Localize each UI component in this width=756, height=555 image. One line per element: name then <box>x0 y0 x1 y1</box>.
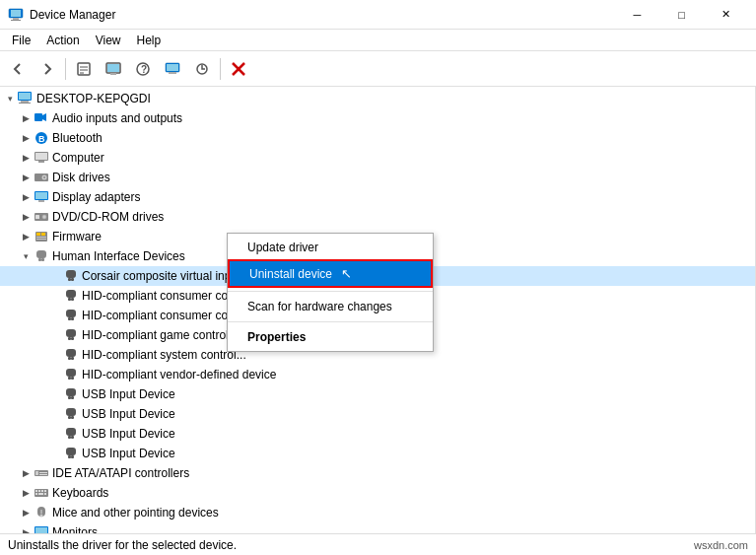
hid-device-icon-vendor <box>63 367 79 382</box>
svg-rect-57 <box>68 337 71 340</box>
svg-rect-20 <box>19 93 31 100</box>
title-bar: Device Manager ─ □ ✕ <box>0 0 756 30</box>
context-menu: Update driver Uninstall device ↖ Scan fo… <box>227 233 434 352</box>
svg-point-38 <box>42 215 46 219</box>
computer-button[interactable] <box>159 55 186 83</box>
toggle-monitors[interactable]: ▶ <box>18 522 34 533</box>
tree-item-audio[interactable]: ▶ Audio inputs and outputs <box>0 108 755 128</box>
tree-item-mice[interactable]: ▶ Mice and other pointing devices <box>0 503 755 522</box>
svg-rect-53 <box>66 310 76 317</box>
device-tree[interactable]: ▾ DESKTOP-KEPQGDI ▶ Audio inputs and <box>0 87 756 533</box>
status-text: Uninstalls the driver for the selected d… <box>8 538 237 552</box>
disk-icon <box>34 170 49 185</box>
tree-item-usb1[interactable]: USB Input Device <box>0 384 755 404</box>
tree-item-keyboards[interactable]: ▶ Keyboards <box>0 483 755 503</box>
show-hide-button[interactable] <box>100 55 127 83</box>
hid-device-icon-c1 <box>63 288 79 304</box>
toggle-computer[interactable]: ▶ <box>18 148 34 168</box>
menu-action[interactable]: Action <box>38 32 87 49</box>
window-title: Device Manager <box>30 8 615 22</box>
toggle-firmware[interactable]: ▶ <box>18 227 34 246</box>
svg-rect-48 <box>68 278 71 281</box>
tree-item-usb3[interactable]: USB Input Device <box>0 424 755 444</box>
tree-item-usb4[interactable]: USB Input Device <box>0 444 755 463</box>
svg-rect-37 <box>35 215 39 219</box>
svg-rect-71 <box>66 428 76 436</box>
ctx-separator-2 <box>228 321 433 322</box>
svg-rect-74 <box>66 448 76 455</box>
hid-device-icon-usb3 <box>63 426 79 442</box>
tree-item-monitors[interactable]: ▶ Monitors <box>0 522 755 533</box>
toggle-hid[interactable]: ▾ <box>18 246 34 266</box>
tree-item-disk[interactable]: ▶ Disk drives <box>0 168 755 187</box>
svg-rect-73 <box>71 436 74 439</box>
svg-rect-62 <box>66 369 76 377</box>
menu-file[interactable]: File <box>4 32 38 49</box>
tree-item-computer[interactable]: ▶ Computer <box>0 148 755 168</box>
forward-button[interactable] <box>34 55 61 83</box>
tree-label-hid-consumer1: HID-compliant consumer con... <box>82 289 244 303</box>
tree-item-display[interactable]: ▶ Display adapters <box>0 187 755 207</box>
svg-point-91 <box>40 515 43 518</box>
svg-rect-23 <box>34 113 42 121</box>
tree-item-ide[interactable]: ▶ IDE ATA/ATAPI controllers <box>0 463 755 483</box>
svg-rect-68 <box>66 408 76 416</box>
toggle-audio[interactable]: ▶ <box>18 108 34 128</box>
main-content: ▾ DESKTOP-KEPQGDI ▶ Audio inputs and <box>0 87 756 533</box>
ctx-scan-changes[interactable]: Scan for hardware changes <box>228 295 433 318</box>
dvd-icon <box>34 209 49 225</box>
status-bar: Uninstalls the driver for the selected d… <box>0 533 756 555</box>
toggle-bluetooth[interactable]: ▶ <box>18 128 34 148</box>
maximize-button[interactable]: □ <box>659 0 704 30</box>
svg-rect-75 <box>68 455 71 458</box>
toggle-dvd[interactable]: ▶ <box>18 207 34 227</box>
svg-rect-14 <box>167 64 178 71</box>
tree-label-usb1: USB Input Device <box>82 387 175 401</box>
back-button[interactable] <box>4 55 32 83</box>
cursor-icon: ↖ <box>341 266 352 281</box>
uninstall-toolbar-button[interactable] <box>225 55 252 83</box>
toggle-disk[interactable]: ▶ <box>18 168 34 187</box>
hid-device-icon-game <box>63 327 79 343</box>
tree-item-root[interactable]: ▾ DESKTOP-KEPQGDI <box>0 89 755 108</box>
svg-rect-54 <box>68 317 71 320</box>
tree-item-bluetooth[interactable]: ▶ B Bluetooth <box>0 128 755 148</box>
scan-button[interactable] <box>188 55 216 83</box>
ctx-properties[interactable]: Properties <box>228 325 433 349</box>
tree-label-disk: Disk drives <box>52 171 110 184</box>
tree-item-usb2[interactable]: USB Input Device <box>0 404 755 424</box>
menu-help[interactable]: Help <box>129 32 170 49</box>
svg-point-32 <box>43 176 45 178</box>
svg-rect-86 <box>35 493 37 495</box>
svg-rect-40 <box>36 233 40 236</box>
toggle-mice[interactable]: ▶ <box>18 503 34 522</box>
ctx-uninstall-device[interactable]: Uninstall device ↖ <box>228 259 433 288</box>
svg-rect-69 <box>68 416 71 419</box>
svg-rect-83 <box>38 490 40 492</box>
tree-item-hid-vendor[interactable]: HID-compliant vendor-defined device <box>0 365 755 384</box>
tree-item-dvd[interactable]: ▶ DVD/CD-ROM drives <box>0 207 755 227</box>
toggle-ide[interactable]: ▶ <box>18 463 34 483</box>
monitor-icon <box>34 524 49 533</box>
tree-label-hid-system: HID-compliant system control... <box>82 348 246 362</box>
properties-button[interactable] <box>70 55 98 83</box>
svg-rect-52 <box>71 298 74 301</box>
audio-icon <box>34 110 49 126</box>
hid-device-icon-usb2 <box>63 406 79 422</box>
ctx-uninstall-label: Uninstall device <box>249 267 332 281</box>
toggle-keyboards[interactable]: ▶ <box>18 483 34 503</box>
firmware-icon <box>34 229 49 244</box>
toggle-display[interactable]: ▶ <box>18 187 34 207</box>
help-button[interactable]: ? <box>129 55 157 83</box>
close-button[interactable]: ✕ <box>704 0 748 30</box>
svg-rect-43 <box>36 239 46 240</box>
tree-label-monitors: Monitors <box>52 525 98 533</box>
minimize-button[interactable]: ─ <box>615 0 659 30</box>
toggle-root[interactable]: ▾ <box>2 89 18 108</box>
svg-rect-67 <box>71 396 74 399</box>
svg-rect-59 <box>66 349 76 357</box>
hid-icon <box>34 248 49 264</box>
svg-rect-63 <box>68 377 71 380</box>
menu-view[interactable]: View <box>88 32 129 49</box>
ctx-update-driver[interactable]: Update driver <box>228 236 433 259</box>
